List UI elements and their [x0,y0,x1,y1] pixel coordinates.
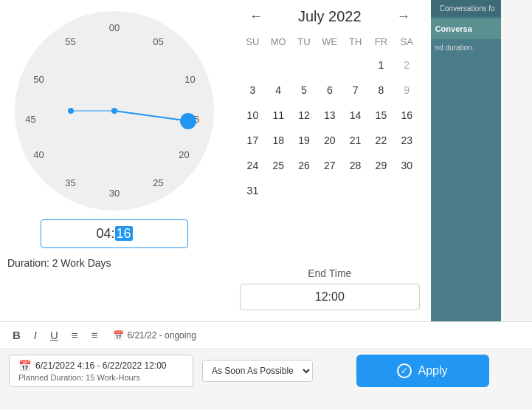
calendar-day[interactable]: 29 [369,154,393,177]
clock-container: 00 05 10 15 20 25 30 35 40 45 50 55 [15,11,214,211]
weekday-th: TH [342,33,368,50]
calendar-day[interactable]: 7 [344,78,367,102]
weekday-fr: FR [368,33,394,50]
calendar-day[interactable]: 11 [266,103,290,127]
date-range-calendar-icon: 📅 [18,360,31,372]
calendar-day[interactable]: 27 [318,154,342,177]
calendar-day[interactable]: 20 [318,129,342,152]
calendar-day[interactable]: 5 [292,78,316,102]
calendar-day[interactable]: 6 [318,78,342,102]
underline-button[interactable]: U [46,327,62,344]
weekday-su: SU [240,33,266,50]
calendar-day[interactable]: 13 [318,103,342,127]
calendar-day[interactable]: 3 [241,78,264,102]
duration-text: nd duration. [431,39,501,56]
calendar-day[interactable]: 17 [241,129,264,152]
weekday-sa: SA [394,33,420,50]
end-time-display[interactable]: 12:00 [240,284,420,310]
calendar-day[interactable]: 16 [395,103,418,127]
apply-label: Apply [418,364,447,377]
clock-svg [15,11,214,211]
time-input-container: 04:16 [41,219,188,248]
date-badge-text: 6/21/22 - ongoing [127,330,196,341]
weekday-we: WE [317,33,342,50]
calendar-day[interactable]: 15 [369,103,393,127]
conversations-label: Conversations fo [431,0,501,17]
clock-face[interactable]: 00 05 10 15 20 25 30 35 40 45 50 55 [15,11,214,211]
time-input[interactable]: 04:16 [41,219,188,248]
calendar-day[interactable]: 9 [395,78,418,102]
top-area: 00 05 10 15 20 25 30 35 40 45 50 55 [0,0,501,321]
bottom-controls-row: 📅 6/21/2022 4:16 - 6/22/2022 12:00 Plann… [0,349,532,393]
right-cal-section: ← July 2022 → SU MO TU WE TH FR SA 12345… [229,0,431,321]
as-soon-select[interactable]: As Soon As Possible [202,360,313,382]
calendar-day[interactable]: 18 [266,129,290,152]
next-month-button[interactable]: → [391,7,416,26]
toolbar-row: B I U ≡ ≡ 📅 6/21/22 - ongoing [0,322,532,349]
duration-label: Duration: 2 Work Days [0,257,111,269]
time-minutes-highlight: 16 [115,226,133,241]
calendar-day[interactable]: 4 [266,78,290,102]
calendar-day[interactable]: 24 [241,154,264,177]
calendar-day[interactable]: 14 [344,103,367,127]
calendar-day[interactable]: 25 [266,154,290,177]
calendar-day[interactable]: 1 [369,53,393,77]
list1-button[interactable]: ≡ [68,327,82,344]
calendar-day[interactable]: 10 [241,103,264,127]
calendar-day[interactable]: 8 [369,78,393,102]
list2-button[interactable]: ≡ [88,327,102,344]
side-panel: Conversations fo Conversa nd duration. [431,0,501,321]
calendar-day[interactable]: 12 [292,103,316,127]
prev-month-button[interactable]: ← [243,7,269,26]
bold-button[interactable]: B [9,327,24,344]
planned-duration: Planned Duration: 15 Work-Hours [18,373,184,382]
bottom-section: B I U ≡ ≡ 📅 6/21/22 - ongoing 📅 6/21/202… [0,321,532,410]
calendar-day[interactable]: 19 [292,129,316,152]
calendar-day[interactable]: 31 [241,179,264,202]
calendar-day[interactable]: 28 [344,154,367,177]
calendar-day[interactable]: 2 [395,53,418,77]
calendar-day[interactable]: 21 [344,129,367,152]
calendar-day[interactable]: 23 [395,129,418,152]
calendar-header: ← July 2022 → [229,0,431,33]
weekdays-row: SU MO TU WE TH FR SA [240,33,420,50]
end-time-section: End Time 12:00 [229,260,431,321]
check-circle-icon: ✓ [397,363,412,378]
date-badge: 📅 6/21/22 - ongoing [113,330,196,341]
calendar-day[interactable]: 26 [292,154,316,177]
convo-title: Conversa [431,18,501,39]
days-grid: 1234567891011121314151617181920212223242… [240,53,420,202]
calendar-day[interactable]: 30 [395,154,418,177]
weekday-mo: MO [266,33,291,50]
calendar-day[interactable]: 22 [369,129,393,152]
date-range-box[interactable]: 📅 6/21/2022 4:16 - 6/22/2022 12:00 Plann… [9,355,193,387]
main-container: 00 05 10 15 20 25 30 35 40 45 50 55 [0,0,532,410]
clock-thumb-minute[interactable] [180,113,196,129]
calendar-grid: SU MO TU WE TH FR SA 1234567891011121314… [229,33,431,260]
italic-button[interactable]: I [30,327,41,344]
time-hours: 04: [96,226,114,241]
left-section: 00 05 10 15 20 25 30 35 40 45 50 55 [0,0,229,321]
end-time-label: End Time [240,267,420,279]
clock-hour-dot [68,108,74,114]
weekday-tu: TU [291,33,317,50]
date-range-title: 6/21/2022 4:16 - 6/22/2022 12:00 [35,361,167,371]
calendar-small-icon: 📅 [113,330,124,341]
apply-button[interactable]: ✓ Apply [356,355,489,387]
month-title: July 2022 [298,8,362,25]
svg-line-0 [114,111,184,120]
